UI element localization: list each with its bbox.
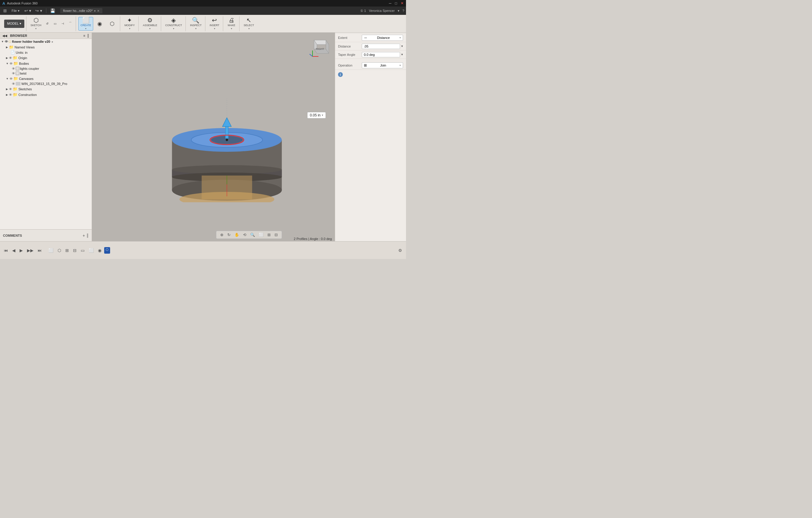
menu-icon-grid[interactable]: ⊞ <box>2 8 8 13</box>
toolbar-sketch2-btn[interactable]: ↺ <box>44 17 51 31</box>
browser-settings[interactable]: ≡ <box>83 34 85 37</box>
toolbar-assemble-btn[interactable]: ⚙ ASSEMBLE ▾ <box>141 17 159 31</box>
sketches-arrow: ▶ <box>6 88 8 90</box>
browser-item-named-views[interactable]: ▶ 📁 Named Views <box>0 44 92 50</box>
toolbar-sketch4-btn[interactable]: ⊣ <box>59 17 66 31</box>
view-btn-3[interactable]: ⊞ <box>64 247 70 254</box>
toolbar-create3-btn[interactable]: ⬡ <box>106 17 118 31</box>
minimize-button[interactable]: ─ <box>389 1 392 5</box>
toolbar-make-btn[interactable]: 🖨 MAKE ▾ <box>226 17 237 31</box>
toolbar-sketch-btn[interactable]: ⬡ SKETCH ▾ <box>29 17 43 31</box>
toolbar-sketch5-btn[interactable]: ⌒ <box>67 17 74 31</box>
user-name[interactable]: Veronica Spencer <box>369 9 395 12</box>
browser-item-units[interactable]: 📄 Units: in <box>0 50 92 55</box>
browser-item-canvases[interactable]: ▼ 👁 📁 Canvases <box>0 76 92 81</box>
extrude-taper-row: Taper Angle ▾ <box>335 51 406 59</box>
settings-btn[interactable]: ⚙ <box>397 248 404 253</box>
tab-label: flower ho...ndle v20* <box>63 9 93 12</box>
comments-collapse[interactable]: ║ <box>86 234 89 238</box>
construction-label: Construction <box>19 93 37 97</box>
tab-flower-handle[interactable]: flower ho...ndle v20* ● ✕ <box>60 8 103 13</box>
menu-file[interactable]: File ▾ <box>9 8 22 13</box>
view-btn-6[interactable]: ⬜ <box>87 247 95 254</box>
create3-icon: ⬡ <box>110 21 115 27</box>
inspect-icon: 🔍 <box>192 17 199 23</box>
maximize-button[interactable]: □ <box>395 1 397 5</box>
toolbar-select-btn[interactable]: ↖ SELECT ▾ <box>242 17 256 31</box>
playback-next[interactable]: ▶▶ <box>26 247 35 254</box>
browser-item-twist[interactable]: 👁 □ twist <box>0 71 92 76</box>
user-arrow[interactable]: ▾ <box>398 9 400 13</box>
vp-tool-hand[interactable]: ✋ <box>233 232 241 238</box>
vp-tool-pan[interactable]: ↻ <box>226 232 232 238</box>
browser-item-lights-coupler[interactable]: 👁 □ lights coupler <box>0 66 92 71</box>
playback-prev[interactable]: ◀ <box>11 247 17 254</box>
vp-tool-view2[interactable]: ⊞ <box>266 232 272 238</box>
view-btn-2[interactable]: ⬡ <box>56 247 63 254</box>
extent-dropdown[interactable]: ↔ Distance ▾ <box>362 35 403 41</box>
sketches-folder: 📁 <box>13 87 18 91</box>
toolbar-inspect-btn[interactable]: 🔍 INSPECT ▾ <box>188 17 203 31</box>
model-button[interactable]: MODEL ▾ <box>4 20 24 28</box>
toolbar-insert-btn[interactable]: ↩ INSERT ▾ <box>208 17 221 31</box>
tab-area: flower ho...ndle v20* ● ✕ <box>60 8 103 13</box>
extent-dd-arrow: ▾ <box>400 36 401 39</box>
playback-start[interactable]: ⏮ <box>2 247 9 254</box>
taper-unit-btn[interactable]: ▾ <box>401 53 403 56</box>
construction-eye: 👁 <box>9 93 12 97</box>
view-btn-5[interactable]: ▭ <box>79 247 86 254</box>
vp-tool-view1[interactable]: ⬜ <box>257 232 265 238</box>
menu-undo[interactable]: ↩ ▾ <box>23 8 33 13</box>
toolbar-sketch3-btn[interactable]: ▭ <box>51 17 58 31</box>
browser-root[interactable]: ▼ 👁 □ flower holder handle v20 ● <box>0 39 92 44</box>
playback-play[interactable]: ▶ <box>18 247 24 254</box>
vp-tool-view3[interactable]: ⊟ <box>273 232 279 238</box>
playback-end[interactable]: ⏭ <box>36 247 43 254</box>
canvases-arrow: ▼ <box>6 77 9 80</box>
toolbar-create-btn[interactable]: ⬜ CREATE ▾ <box>78 17 93 31</box>
view-btn-4[interactable]: ⊟ <box>71 247 78 254</box>
menu-save[interactable]: 💾 <box>49 8 57 13</box>
view-btn-8[interactable]: ⬡ <box>104 247 110 254</box>
help-button[interactable]: ? <box>402 9 404 12</box>
assemble-icon: ⚙ <box>147 17 152 23</box>
taper-input[interactable] <box>362 52 400 57</box>
distance-input[interactable] <box>362 44 400 49</box>
browser-item-sketches[interactable]: ▶ 👁 📁 Sketches <box>0 86 92 92</box>
operation-dropdown[interactable]: ⊞ Join ▾ <box>362 62 403 68</box>
toolbar-insert-group: ↩ INSERT ▾ <box>206 16 223 31</box>
browser-collapse[interactable]: ║ <box>87 34 89 37</box>
create-icon: ⬜ <box>82 17 90 23</box>
title-left: A Autodesk Fusion 360 <box>2 1 38 6</box>
vp-tool-zoom-fit[interactable]: ⟲ <box>241 232 248 238</box>
notification-badge[interactable]: ① 1 <box>360 9 366 13</box>
view-btn-1[interactable]: ⬜ <box>47 247 55 254</box>
vp-tool-orbit[interactable]: ⊕ <box>219 232 225 238</box>
browser-item-bodies[interactable]: ▼ 👁 📁 Bodies <box>0 61 92 66</box>
browser-item-canvas-file[interactable]: 👁 WIN_20170813_15_09_39_Pro <box>0 81 92 86</box>
extent-label: Extent <box>338 36 362 39</box>
view-btn-7[interactable]: ◉ <box>96 247 103 254</box>
comments-add[interactable]: + <box>83 233 85 238</box>
measure-tip-arrow[interactable]: ▾ <box>322 113 323 117</box>
vp-tool-zoom[interactable]: 🔍 <box>249 232 256 238</box>
toolbar-construct-btn[interactable]: ◈ CONSTRUCT ▾ <box>164 17 184 31</box>
make-icon: 🖨 <box>229 17 234 23</box>
toolbar-modify-btn[interactable]: ✦ MODIFY ▾ <box>122 17 137 31</box>
browser-back[interactable]: ◀◀ <box>2 34 7 37</box>
bodies-arrow: ▼ <box>6 62 9 65</box>
svg-rect-11 <box>226 127 229 138</box>
lc-box: □ <box>16 67 19 71</box>
menu-redo[interactable]: ↪ ▾ <box>34 8 44 13</box>
extrude-extent-row: Extent ↔ Distance ▾ <box>335 33 406 42</box>
status-bar: 2 Profiles | Angle : 0.0 deg <box>294 237 332 241</box>
close-button[interactable]: ✕ <box>401 1 404 5</box>
browser-item-origin[interactable]: ▶ 👁 📁 Origin <box>0 55 92 61</box>
ep-spacer <box>335 59 406 61</box>
browser-item-construction[interactable]: ▶ 👁 📁 Construction <box>0 92 92 98</box>
toolbar-create2-btn[interactable]: ◉ <box>94 17 106 31</box>
tab-close-btn[interactable]: ✕ <box>97 9 99 12</box>
distance-unit-btn[interactable]: ▾ <box>401 44 403 48</box>
settings-icon[interactable]: ⚙ <box>397 247 404 254</box>
viewcube[interactable]: RIGHT <box>308 36 332 59</box>
